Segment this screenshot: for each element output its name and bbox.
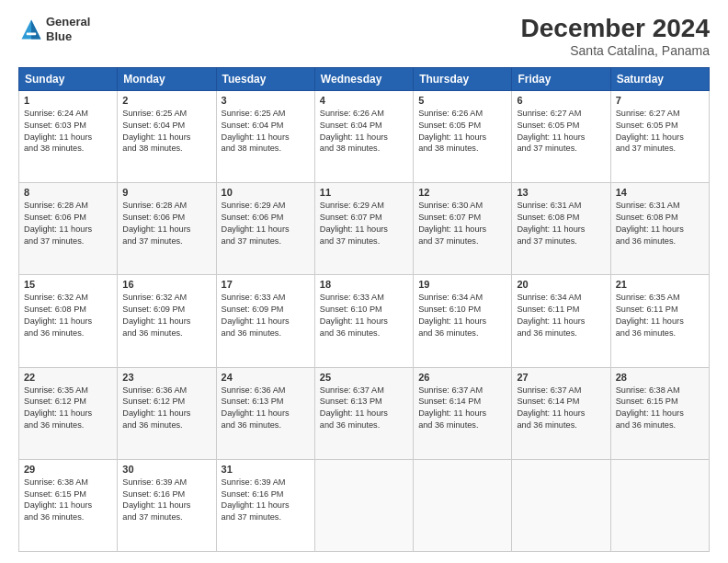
- header-cell-monday: Monday: [118, 67, 216, 90]
- day-number: 9: [122, 187, 210, 198]
- header: General Blue December 2024 Santa Catalin…: [18, 15, 710, 58]
- day-number: 3: [222, 95, 310, 106]
- calendar-cell: 11Sunrise: 6:29 AM Sunset: 6:07 PM Dayli…: [314, 183, 413, 275]
- calendar-cell: 9Sunrise: 6:28 AM Sunset: 6:06 PM Daylig…: [118, 183, 216, 275]
- calendar-cell: [610, 459, 709, 551]
- calendar-cell: 8Sunrise: 6:28 AM Sunset: 6:06 PM Daylig…: [19, 183, 118, 275]
- day-info: Sunrise: 6:37 AM Sunset: 6:13 PM Dayligh…: [320, 385, 408, 432]
- day-info: Sunrise: 6:31 AM Sunset: 6:08 PM Dayligh…: [517, 200, 605, 247]
- calendar-cell: 18Sunrise: 6:33 AM Sunset: 6:10 PM Dayli…: [314, 275, 413, 367]
- calendar-cell: 6Sunrise: 6:27 AM Sunset: 6:05 PM Daylig…: [512, 90, 610, 182]
- calendar-cell: 23Sunrise: 6:36 AM Sunset: 6:12 PM Dayli…: [118, 367, 216, 459]
- day-number: 29: [24, 464, 112, 475]
- calendar-cell: 19Sunrise: 6:34 AM Sunset: 6:10 PM Dayli…: [414, 275, 512, 367]
- calendar-cell: [414, 459, 512, 551]
- day-number: 30: [122, 464, 210, 475]
- calendar-cell: 20Sunrise: 6:34 AM Sunset: 6:11 PM Dayli…: [512, 275, 610, 367]
- calendar-cell: 1Sunrise: 6:24 AM Sunset: 6:03 PM Daylig…: [19, 90, 118, 182]
- day-info: Sunrise: 6:27 AM Sunset: 6:05 PM Dayligh…: [517, 108, 605, 155]
- main-title: December 2024: [521, 15, 710, 43]
- day-info: Sunrise: 6:26 AM Sunset: 6:04 PM Dayligh…: [320, 108, 408, 155]
- day-info: Sunrise: 6:26 AM Sunset: 6:05 PM Dayligh…: [418, 108, 506, 155]
- day-number: 23: [122, 372, 210, 383]
- calendar-week-1: 1Sunrise: 6:24 AM Sunset: 6:03 PM Daylig…: [19, 90, 710, 182]
- day-info: Sunrise: 6:39 AM Sunset: 6:16 PM Dayligh…: [222, 477, 310, 524]
- title-block: December 2024 Santa Catalina, Panama: [521, 15, 710, 58]
- day-info: Sunrise: 6:32 AM Sunset: 6:08 PM Dayligh…: [24, 292, 112, 339]
- day-number: 10: [222, 187, 310, 198]
- day-number: 31: [222, 464, 310, 475]
- calendar-cell: [512, 459, 610, 551]
- calendar-cell: 2Sunrise: 6:25 AM Sunset: 6:04 PM Daylig…: [118, 90, 216, 182]
- day-number: 8: [24, 187, 112, 198]
- day-number: 4: [320, 95, 408, 106]
- day-info: Sunrise: 6:33 AM Sunset: 6:10 PM Dayligh…: [320, 292, 408, 339]
- logo: General Blue: [18, 15, 90, 43]
- day-number: 2: [122, 95, 210, 106]
- day-number: 21: [616, 279, 704, 290]
- day-info: Sunrise: 6:31 AM Sunset: 6:08 PM Dayligh…: [616, 200, 704, 247]
- calendar-cell: 14Sunrise: 6:31 AM Sunset: 6:08 PM Dayli…: [610, 183, 709, 275]
- subtitle: Santa Catalina, Panama: [521, 43, 710, 58]
- day-info: Sunrise: 6:32 AM Sunset: 6:09 PM Dayligh…: [122, 292, 210, 339]
- calendar-cell: 7Sunrise: 6:27 AM Sunset: 6:05 PM Daylig…: [610, 90, 709, 182]
- day-number: 18: [320, 279, 408, 290]
- calendar-cell: 12Sunrise: 6:30 AM Sunset: 6:07 PM Dayli…: [414, 183, 512, 275]
- day-number: 7: [616, 95, 704, 106]
- calendar-table: SundayMondayTuesdayWednesdayThursdayFrid…: [18, 67, 710, 552]
- calendar-cell: 28Sunrise: 6:38 AM Sunset: 6:15 PM Dayli…: [610, 367, 709, 459]
- day-number: 27: [517, 372, 605, 383]
- day-info: Sunrise: 6:39 AM Sunset: 6:16 PM Dayligh…: [122, 477, 210, 524]
- day-info: Sunrise: 6:34 AM Sunset: 6:10 PM Dayligh…: [418, 292, 506, 339]
- day-info: Sunrise: 6:29 AM Sunset: 6:07 PM Dayligh…: [320, 200, 408, 247]
- logo-icon: [18, 17, 44, 42]
- day-number: 16: [122, 279, 210, 290]
- logo-text: General Blue: [46, 15, 90, 43]
- calendar-week-2: 8Sunrise: 6:28 AM Sunset: 6:06 PM Daylig…: [19, 183, 710, 275]
- calendar-cell: 24Sunrise: 6:36 AM Sunset: 6:13 PM Dayli…: [216, 367, 314, 459]
- day-number: 17: [222, 279, 310, 290]
- header-cell-friday: Friday: [512, 67, 610, 90]
- calendar-cell: 4Sunrise: 6:26 AM Sunset: 6:04 PM Daylig…: [314, 90, 413, 182]
- day-number: 15: [24, 279, 112, 290]
- calendar-week-5: 29Sunrise: 6:38 AM Sunset: 6:15 PM Dayli…: [19, 459, 710, 551]
- day-number: 13: [517, 187, 605, 198]
- calendar-cell: 29Sunrise: 6:38 AM Sunset: 6:15 PM Dayli…: [19, 459, 118, 551]
- logo-line1: General: [46, 15, 90, 29]
- day-number: 28: [616, 372, 704, 383]
- day-number: 14: [616, 187, 704, 198]
- calendar-cell: 3Sunrise: 6:25 AM Sunset: 6:04 PM Daylig…: [216, 90, 314, 182]
- day-info: Sunrise: 6:25 AM Sunset: 6:04 PM Dayligh…: [122, 108, 210, 155]
- day-number: 11: [320, 187, 408, 198]
- calendar-cell: 22Sunrise: 6:35 AM Sunset: 6:12 PM Dayli…: [19, 367, 118, 459]
- day-info: Sunrise: 6:38 AM Sunset: 6:15 PM Dayligh…: [24, 477, 112, 524]
- day-number: 22: [24, 372, 112, 383]
- day-info: Sunrise: 6:38 AM Sunset: 6:15 PM Dayligh…: [616, 385, 704, 432]
- day-number: 19: [418, 279, 506, 290]
- calendar-header: SundayMondayTuesdayWednesdayThursdayFrid…: [19, 67, 710, 90]
- calendar-cell: 17Sunrise: 6:33 AM Sunset: 6:09 PM Dayli…: [216, 275, 314, 367]
- day-number: 26: [418, 372, 506, 383]
- day-info: Sunrise: 6:37 AM Sunset: 6:14 PM Dayligh…: [517, 385, 605, 432]
- calendar-cell: 16Sunrise: 6:32 AM Sunset: 6:09 PM Dayli…: [118, 275, 216, 367]
- day-info: Sunrise: 6:29 AM Sunset: 6:06 PM Dayligh…: [222, 200, 310, 247]
- day-info: Sunrise: 6:35 AM Sunset: 6:12 PM Dayligh…: [24, 385, 112, 432]
- calendar-week-4: 22Sunrise: 6:35 AM Sunset: 6:12 PM Dayli…: [19, 367, 710, 459]
- header-cell-saturday: Saturday: [610, 67, 709, 90]
- day-info: Sunrise: 6:36 AM Sunset: 6:12 PM Dayligh…: [122, 385, 210, 432]
- day-info: Sunrise: 6:35 AM Sunset: 6:11 PM Dayligh…: [616, 292, 704, 339]
- day-number: 1: [24, 95, 112, 106]
- day-info: Sunrise: 6:36 AM Sunset: 6:13 PM Dayligh…: [222, 385, 310, 432]
- day-info: Sunrise: 6:27 AM Sunset: 6:05 PM Dayligh…: [616, 108, 704, 155]
- day-number: 24: [222, 372, 310, 383]
- calendar-cell: 30Sunrise: 6:39 AM Sunset: 6:16 PM Dayli…: [118, 459, 216, 551]
- svg-rect-2: [27, 32, 37, 35]
- header-cell-wednesday: Wednesday: [314, 67, 413, 90]
- calendar-cell: 31Sunrise: 6:39 AM Sunset: 6:16 PM Dayli…: [216, 459, 314, 551]
- svg-marker-1: [31, 19, 41, 39]
- day-number: 6: [517, 95, 605, 106]
- page: General Blue December 2024 Santa Catalin…: [0, 0, 728, 563]
- calendar-cell: 26Sunrise: 6:37 AM Sunset: 6:14 PM Dayli…: [414, 367, 512, 459]
- day-info: Sunrise: 6:34 AM Sunset: 6:11 PM Dayligh…: [517, 292, 605, 339]
- calendar-cell: 25Sunrise: 6:37 AM Sunset: 6:13 PM Dayli…: [314, 367, 413, 459]
